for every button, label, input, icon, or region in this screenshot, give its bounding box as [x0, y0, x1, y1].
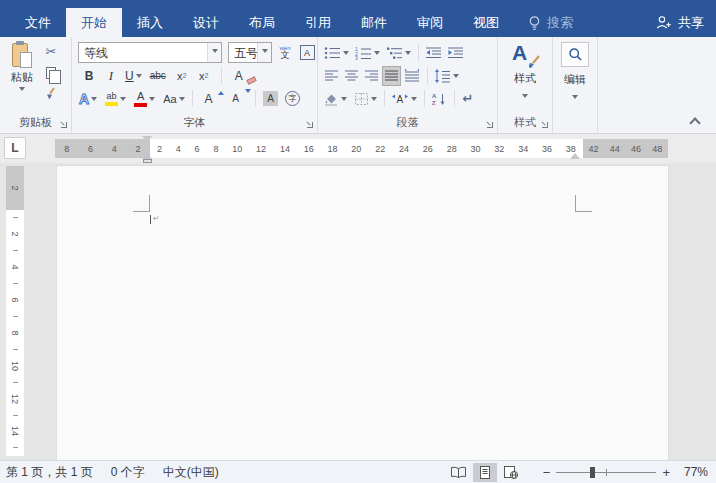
ruler-number: 6: [88, 144, 93, 154]
font-color-button[interactable]: A: [133, 89, 156, 109]
font-name-value: 等线: [79, 43, 207, 62]
share-button[interactable]: 共享: [655, 8, 704, 37]
text-boundary-topleft-mark: [133, 195, 150, 212]
change-case-button[interactable]: Aa: [162, 89, 185, 109]
tab-insert[interactable]: 插入: [122, 8, 178, 37]
word-window: 文件开始插入设计布局引用邮件审阅视图 搜索 共享: [0, 0, 716, 483]
page-number-status[interactable]: 第 1 页，共 1 页: [6, 464, 93, 481]
language-status[interactable]: 中文(中国): [163, 464, 219, 481]
text-effects-button[interactable]: A: [78, 89, 98, 109]
horizontal-ruler[interactable]: 8642 2468101214161820222426283032343638 …: [55, 139, 668, 158]
shading-button[interactable]: [322, 89, 348, 109]
tell-me-search[interactable]: 搜索: [528, 8, 573, 37]
ruler-number: 12: [256, 144, 266, 154]
line-spacing-button[interactable]: [433, 66, 460, 86]
collapse-ribbon-button[interactable]: [690, 117, 700, 125]
show-hide-marks-button[interactable]: ↵: [459, 89, 477, 109]
right-indent-marker[interactable]: [570, 148, 580, 159]
subscript-button[interactable]: x2: [173, 66, 191, 86]
web-layout-button[interactable]: [499, 463, 523, 482]
styles-dropdown-arrow: [522, 94, 528, 101]
superscript-button[interactable]: x2: [195, 66, 213, 86]
styles-group: A 样式 样式: [498, 37, 553, 133]
ruler-number: 2: [10, 225, 20, 243]
v-ruler-numbers: 2468101214: [6, 210, 24, 456]
ruler-number: 22: [375, 144, 385, 154]
sort-button[interactable]: A Z: [430, 89, 448, 109]
svg-text:3: 3: [355, 55, 358, 60]
ruler-number: 14: [10, 422, 20, 440]
align-left-button[interactable]: [322, 66, 340, 86]
ruler-number: 4: [112, 144, 117, 154]
distribute-button[interactable]: [403, 66, 421, 86]
font-size-dropdown[interactable]: [257, 43, 271, 62]
ruler-number: 8: [213, 144, 218, 154]
font-size-combo[interactable]: 五号: [228, 42, 272, 63]
paragraph-dialog-launcher[interactable]: [485, 120, 494, 129]
zoom-percentage[interactable]: 77%: [674, 465, 708, 479]
tab-references[interactable]: 引用: [290, 8, 346, 37]
print-layout-button[interactable]: [473, 463, 497, 482]
justify-button[interactable]: [382, 66, 401, 86]
styles-button[interactable]: A 样式: [501, 40, 549, 112]
highlight-color-button[interactable]: ab: [104, 89, 127, 109]
character-border-button[interactable]: A: [298, 43, 316, 63]
styles-dialog-launcher[interactable]: [540, 120, 549, 129]
cut-button[interactable]: ✂: [42, 42, 60, 61]
tab-view[interactable]: 视图: [458, 8, 514, 37]
zoom-slider-thumb[interactable]: [590, 467, 595, 478]
tab-selector-button[interactable]: L: [4, 137, 26, 159]
borders-button[interactable]: [353, 89, 378, 109]
editing-icon-box: [561, 42, 589, 67]
read-mode-button[interactable]: [447, 463, 471, 482]
enclose-characters-button[interactable]: 字: [284, 89, 302, 109]
italic-button[interactable]: I: [102, 66, 120, 86]
format-painter-button[interactable]: [42, 84, 60, 103]
decrease-indent-button[interactable]: [424, 43, 443, 63]
bold-button[interactable]: B: [80, 66, 98, 86]
font-name-dropdown[interactable]: [207, 43, 221, 62]
phonetic-guide-button[interactable]: wén 文: [276, 43, 294, 63]
numbering-button[interactable]: 1 2 3: [354, 43, 381, 63]
vertical-ruler[interactable]: 2 2468101214: [6, 166, 24, 456]
ruler-tick: [13, 217, 18, 218]
font-color-icon: A: [134, 91, 147, 107]
ribbon-tab-bar: 文件开始插入设计布局引用邮件审阅视图 搜索 共享: [0, 0, 716, 37]
underline-button[interactable]: U: [124, 66, 143, 86]
ruler-number: 2: [157, 144, 162, 154]
tab-mailings[interactable]: 邮件: [346, 8, 402, 37]
bullets-button[interactable]: [323, 43, 350, 63]
character-shading-button[interactable]: A: [262, 89, 280, 109]
shrink-font-button[interactable]: A: [227, 89, 245, 109]
zoom-in-button[interactable]: +: [658, 465, 674, 480]
align-right-button[interactable]: [362, 66, 380, 86]
tab-file[interactable]: 文件: [10, 8, 66, 37]
font-name-combo[interactable]: 等线: [78, 42, 222, 63]
increase-indent-button[interactable]: [446, 43, 465, 63]
zoom-out-button[interactable]: −: [539, 465, 555, 480]
tab-layout[interactable]: 布局: [234, 8, 290, 37]
zoom-slider[interactable]: [556, 465, 656, 480]
align-center-button[interactable]: [342, 66, 360, 86]
strikethrough-button[interactable]: abc: [149, 66, 167, 86]
first-line-indent-marker[interactable]: [142, 136, 152, 147]
document-page[interactable]: ↵: [57, 166, 668, 460]
tab-home[interactable]: 开始: [66, 8, 122, 37]
hanging-indent-marker[interactable]: [142, 148, 152, 159]
document-area: 2 2468101214 ↵: [0, 163, 716, 460]
tab-review[interactable]: 审阅: [402, 8, 458, 37]
asian-layout-button[interactable]: A: [390, 89, 418, 109]
tab-design[interactable]: 设计: [178, 8, 234, 37]
paste-button[interactable]: 粘贴: [5, 41, 39, 111]
copy-button[interactable]: [42, 63, 60, 82]
multilevel-list-button[interactable]: [385, 43, 412, 63]
word-count-status[interactable]: 0 个字: [111, 464, 145, 481]
font-group-label: 字体: [72, 115, 317, 130]
grow-font-button[interactable]: A: [200, 89, 218, 109]
ruler-bar: L 8642 246810121416182022242628303234363…: [0, 134, 716, 163]
clear-formatting-button[interactable]: A: [230, 66, 248, 86]
web-layout-icon: [503, 465, 519, 480]
font-dialog-launcher[interactable]: [305, 120, 314, 129]
clipboard-dialog-launcher[interactable]: [59, 120, 68, 129]
editing-button[interactable]: 编辑: [556, 40, 594, 112]
